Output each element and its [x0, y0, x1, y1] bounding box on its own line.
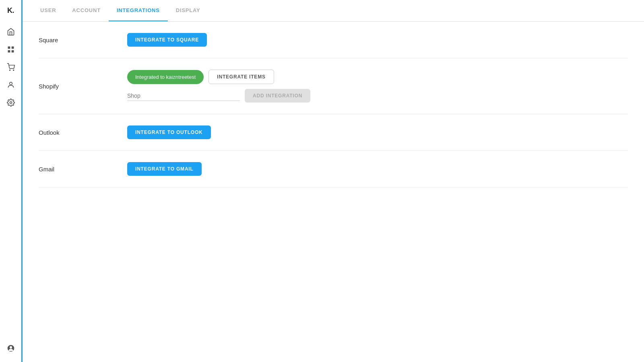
gmail-row: Gmail INTEGRATE TO GMAIL: [39, 151, 628, 187]
integrate-items-button[interactable]: INTEGRATE ITEMS: [208, 70, 274, 84]
sidebar-item-account[interactable]: [4, 341, 18, 356]
tab-user[interactable]: USER: [32, 0, 64, 21]
shopify-label: Shopify: [39, 83, 127, 90]
outlook-controls: INTEGRATE TO OUTLOOK: [127, 125, 211, 139]
tab-bar: USER ACCOUNT INTEGRATIONS DISPLAY: [23, 0, 644, 22]
tab-integrations[interactable]: INTEGRATIONS: [109, 0, 168, 21]
square-row: Square INTEGRATE TO SQUARE: [39, 22, 628, 58]
svg-point-5: [13, 70, 14, 71]
sidebar-item-user[interactable]: [4, 78, 18, 92]
tab-account[interactable]: ACCOUNT: [64, 0, 109, 21]
tab-display[interactable]: DISPLAY: [168, 0, 208, 21]
integrations-content: Square INTEGRATE TO SQUARE Shopify Integ…: [23, 22, 644, 362]
app-logo: K.: [7, 6, 14, 15]
sidebar-item-cart[interactable]: [4, 60, 18, 74]
sidebar-item-dashboard[interactable]: [4, 25, 18, 39]
gmail-label: Gmail: [39, 166, 127, 173]
svg-point-7: [10, 102, 12, 104]
gmail-controls: INTEGRATE TO GMAIL: [127, 162, 202, 176]
sidebar-item-grid[interactable]: [4, 42, 18, 57]
svg-point-9: [10, 346, 12, 349]
outlook-label: Outlook: [39, 129, 127, 136]
svg-rect-1: [11, 47, 14, 49]
main-content: USER ACCOUNT INTEGRATIONS DISPLAY Square…: [23, 0, 644, 362]
svg-point-6: [9, 82, 12, 85]
outlook-row: Outlook INTEGRATE TO OUTLOOK: [39, 114, 628, 151]
shopify-top-controls: Integrated to kaizntreetest INTEGRATE IT…: [127, 70, 310, 84]
shopify-controls: Integrated to kaizntreetest INTEGRATE IT…: [127, 70, 310, 103]
shopify-connected-button[interactable]: Integrated to kaizntreetest: [127, 70, 204, 84]
svg-rect-0: [8, 47, 10, 49]
shopify-input-row: ADD INTEGRATION: [127, 89, 310, 103]
integrate-square-button[interactable]: INTEGRATE TO SQUARE: [127, 33, 207, 47]
svg-rect-2: [8, 50, 10, 53]
add-integration-button: ADD INTEGRATION: [245, 89, 310, 103]
svg-point-4: [9, 70, 10, 71]
square-label: Square: [39, 37, 127, 43]
sidebar-item-settings[interactable]: [4, 95, 18, 110]
integrate-gmail-button[interactable]: INTEGRATE TO GMAIL: [127, 162, 202, 176]
shopify-row: Shopify Integrated to kaizntreetest INTE…: [39, 58, 628, 114]
integrate-outlook-button[interactable]: INTEGRATE TO OUTLOOK: [127, 125, 211, 139]
square-controls: INTEGRATE TO SQUARE: [127, 33, 207, 47]
shopify-shop-input[interactable]: [127, 91, 240, 101]
sidebar: K.: [0, 0, 23, 362]
svg-rect-3: [11, 50, 14, 53]
